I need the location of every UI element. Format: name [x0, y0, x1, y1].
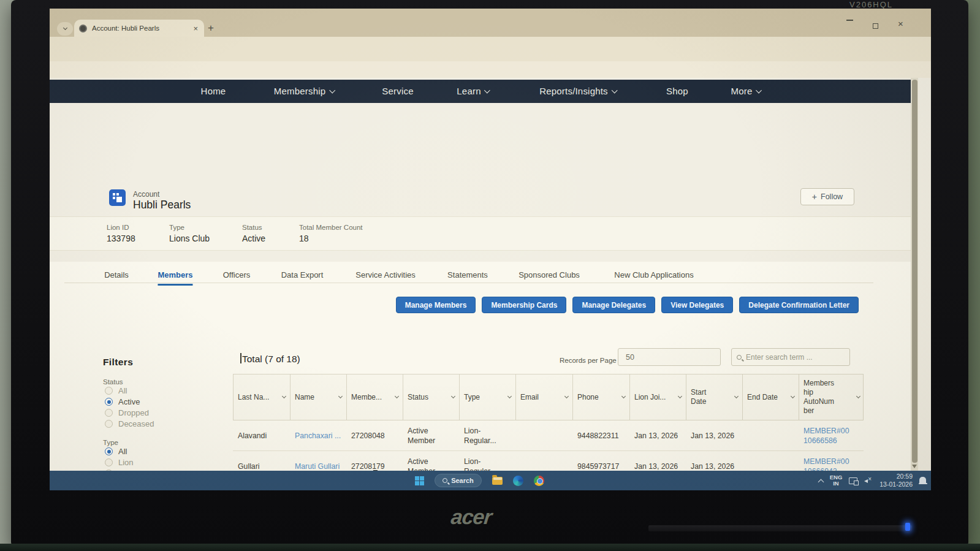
total-count-label: Total (7 of 18) — [242, 354, 300, 365]
chevron-down-icon[interactable] — [621, 394, 626, 398]
view-delegates-button[interactable]: View Delegates — [661, 297, 733, 313]
column-header-member-number[interactable]: Membe... — [347, 374, 403, 420]
speaker-muted-icon[interactable] — [864, 477, 873, 484]
radio-icon[interactable] — [105, 447, 113, 455]
tab-data-export[interactable]: Data Export — [281, 270, 324, 284]
new-tab-button[interactable]: + — [208, 22, 214, 34]
taskbar-center-group: Search — [415, 471, 544, 490]
tab-new-club-applications[interactable]: New Club Applications — [614, 270, 693, 284]
action-button-row: Manage Members Membership Cards Manage D… — [396, 297, 859, 313]
column-header-start-date[interactable]: Start Date — [686, 374, 743, 420]
filter-group-status-label: Status — [103, 378, 123, 386]
search-icon — [737, 355, 742, 360]
member-name-link[interactable]: Panchaxari ... — [290, 420, 346, 450]
monitor-control-buttons — [648, 525, 912, 531]
filter-option-status-all[interactable]: All — [105, 386, 127, 395]
chevron-down-icon[interactable] — [856, 394, 860, 398]
scrollbar-thumb[interactable] — [912, 80, 917, 463]
filter-option-status-active[interactable]: Active — [105, 397, 140, 406]
column-header-name[interactable]: Name — [291, 374, 347, 420]
manage-members-button[interactable]: Manage Members — [396, 297, 476, 313]
nav-item-learn[interactable]: Learn — [457, 86, 489, 96]
column-header-last-name[interactable]: Last Na... — [234, 374, 291, 420]
column-header-end-date[interactable]: End Date — [743, 374, 799, 420]
search-box[interactable] — [731, 348, 850, 366]
records-per-page-input[interactable] — [618, 348, 721, 366]
plus-icon: + — [812, 192, 817, 202]
chevron-down-icon[interactable] — [678, 394, 682, 398]
membership-cards-button[interactable]: Membership Cards — [482, 297, 566, 313]
column-header-email[interactable]: Email — [516, 374, 573, 420]
tab-sponsored-clubs[interactable]: Sponsored Clubs — [518, 270, 580, 284]
table-row[interactable]: Alavandi Panchaxari ... 27208048 Active … — [233, 420, 864, 451]
page-viewport: Home Membership Service Learn Reports/In… — [50, 78, 931, 490]
manage-delegates-button[interactable]: Manage Delegates — [572, 297, 655, 313]
file-explorer-icon[interactable] — [492, 477, 503, 485]
network-icon[interactable] — [849, 477, 857, 484]
records-per-page-label: Records per Page — [560, 357, 617, 364]
radio-icon[interactable] — [105, 398, 113, 406]
tab-close-icon[interactable]: × — [192, 24, 199, 33]
chevron-down-icon[interactable] — [338, 394, 343, 398]
filter-option-status-deceased[interactable]: Deceased — [105, 419, 154, 428]
chevron-down-icon[interactable] — [395, 394, 399, 398]
chevron-down-icon[interactable] — [564, 394, 569, 398]
column-header-phone[interactable]: Phone — [573, 374, 630, 420]
chevron-down-icon[interactable] — [451, 394, 455, 398]
summary-field-status: StatusActive — [242, 224, 265, 243]
chevron-down-icon[interactable] — [791, 394, 795, 398]
nav-item-home[interactable]: Home — [201, 86, 226, 96]
windows-start-icon[interactable] — [415, 476, 424, 485]
tab-details[interactable]: Details — [104, 270, 129, 284]
search-icon — [443, 478, 447, 483]
chevron-down-icon[interactable] — [282, 394, 286, 398]
window-minimize-button[interactable] — [846, 20, 853, 21]
window-close-button[interactable]: × — [898, 18, 903, 29]
delegate-confirmation-letter-button[interactable]: Delegate Confirmation Letter — [739, 297, 859, 313]
column-header-lion-join-date[interactable]: Lion Joi... — [630, 374, 686, 420]
filters-title: Filters — [103, 357, 133, 368]
tab-search-button[interactable] — [57, 22, 73, 36]
taskbar-search-button[interactable]: Search — [435, 474, 482, 487]
follow-button[interactable]: + Follow — [800, 188, 854, 205]
tab-statements[interactable]: Statements — [447, 270, 488, 284]
membership-autonumber-link[interactable]: MEMBER#0010666586 — [799, 420, 864, 450]
bookmarks-bar: M Gmail YouTube Maps All Bookmarks — [50, 61, 931, 78]
nav-item-service[interactable]: Service — [382, 86, 413, 96]
filter-option-status-dropped[interactable]: Dropped — [105, 408, 149, 417]
edge-browser-icon[interactable] — [513, 476, 523, 486]
chevron-down-icon[interactable] — [734, 394, 739, 398]
radio-icon[interactable] — [105, 387, 113, 395]
language-indicator[interactable]: ENG IN — [830, 474, 843, 487]
search-input[interactable] — [746, 353, 838, 362]
radio-icon[interactable] — [105, 409, 113, 417]
nav-item-membership[interactable]: Membership — [274, 86, 335, 96]
account-summary-band: Lion ID133798 TypeLions Club StatusActiv… — [50, 216, 911, 251]
column-header-membership-autonumber[interactable]: Membership AutoNumber — [799, 374, 864, 420]
clock[interactable]: 20:59 13-01-2026 — [879, 473, 913, 488]
radio-icon[interactable] — [105, 420, 113, 428]
window-maximize-button[interactable] — [873, 23, 878, 29]
chrome-browser-icon[interactable] — [534, 476, 544, 486]
tab-service-activities[interactable]: Service Activities — [355, 270, 416, 284]
page-title: Hubli Pearls — [133, 199, 191, 211]
text-caret — [240, 353, 241, 363]
browser-tab[interactable]: Account: Hubli Pearls × — [74, 20, 204, 37]
notification-bell-icon[interactable] — [919, 477, 926, 483]
tray-expand-icon[interactable] — [818, 479, 824, 485]
column-header-type[interactable]: Type — [460, 374, 516, 420]
column-header-status[interactable]: Status — [403, 374, 460, 420]
chevron-down-icon[interactable] — [507, 394, 512, 398]
tab-officers[interactable]: Officers — [223, 270, 251, 284]
filter-option-type-all[interactable]: All — [105, 447, 127, 456]
desk-edge — [0, 544, 980, 551]
page-scrollbar[interactable] — [911, 78, 918, 490]
scrollbar-down-arrow[interactable] — [912, 465, 917, 468]
filter-option-type-lion[interactable]: Lion — [105, 458, 134, 467]
nav-item-reports-insights[interactable]: Reports/Insights — [539, 86, 617, 96]
radio-icon[interactable] — [105, 458, 113, 466]
screen: Account: Hubli Pearls × + × ← → ↻ ⌂ lion… — [50, 9, 931, 490]
nav-item-shop[interactable]: Shop — [666, 86, 688, 96]
tab-members[interactable]: Members — [158, 270, 192, 286]
nav-item-more[interactable]: More — [731, 86, 761, 96]
